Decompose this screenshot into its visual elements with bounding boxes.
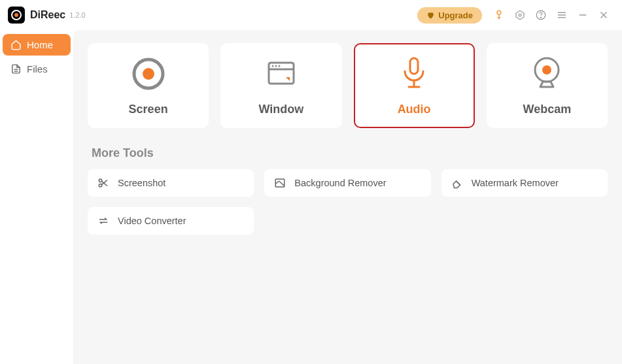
image-icon: [273, 176, 286, 190]
card-window[interactable]: Window: [220, 43, 341, 128]
scissors-icon: [97, 176, 110, 190]
card-audio[interactable]: Audio: [354, 43, 475, 128]
home-icon: [10, 39, 22, 50]
webcam-icon: [528, 56, 565, 92]
upgrade-button[interactable]: Upgrade: [417, 7, 482, 24]
tool-label: Video Converter: [118, 216, 186, 226]
sidebar: Home Files: [0, 30, 73, 364]
content-area: Screen Window Audio Webcam: [73, 30, 622, 364]
card-screen[interactable]: Screen: [88, 43, 209, 128]
card-label: Window: [258, 103, 303, 116]
svg-line-36: [456, 181, 460, 185]
svg-line-34: [276, 181, 279, 184]
sidebar-item-label: Home: [27, 39, 53, 50]
svg-line-35: [279, 181, 285, 186]
sidebar-item-files[interactable]: Files: [3, 58, 71, 80]
tool-label: Screenshot: [118, 178, 165, 188]
svg-point-18: [143, 68, 154, 80]
svg-point-28: [542, 65, 551, 74]
tool-screenshot[interactable]: Screenshot: [88, 169, 254, 197]
swap-icon: [97, 214, 110, 227]
svg-point-8: [540, 17, 541, 18]
svg-point-23: [278, 65, 280, 67]
app-logo: [8, 7, 25, 24]
more-tools-grid: Screenshot Background Remover Watermark …: [88, 169, 608, 235]
help-icon[interactable]: [532, 6, 550, 24]
file-icon: [10, 63, 22, 74]
menu-icon[interactable]: [553, 6, 571, 24]
card-label: Webcam: [523, 103, 572, 116]
titlebar: DiReec 1.2.0 Upgrade: [0, 0, 622, 30]
heart-icon: [426, 11, 435, 20]
svg-point-1: [14, 13, 18, 17]
svg-point-21: [271, 65, 273, 67]
upgrade-label: Upgrade: [438, 10, 473, 20]
svg-point-22: [275, 65, 277, 67]
app-name: DiReec: [30, 9, 65, 21]
card-webcam[interactable]: Webcam: [487, 43, 608, 128]
tool-background-remover[interactable]: Background Remover: [264, 169, 430, 197]
svg-rect-24: [410, 58, 418, 74]
tool-watermark-remover[interactable]: Watermark Remover: [441, 169, 608, 197]
window-icon: [263, 56, 300, 92]
svg-point-6: [519, 14, 521, 16]
microphone-icon: [396, 56, 432, 92]
svg-point-2: [497, 10, 501, 14]
tool-label: Background Remover: [294, 178, 386, 188]
sidebar-item-home[interactable]: Home: [3, 34, 71, 56]
mode-cards: Screen Window Audio Webcam: [88, 43, 608, 128]
card-label: Screen: [129, 103, 168, 116]
more-tools-title: More Tools: [92, 146, 608, 160]
tool-video-converter[interactable]: Video Converter: [88, 207, 254, 235]
screen-icon: [130, 56, 167, 92]
minimize-button[interactable]: [574, 6, 592, 24]
settings-icon[interactable]: [511, 6, 529, 24]
eraser-icon: [451, 176, 464, 190]
svg-marker-5: [516, 10, 524, 20]
sidebar-item-label: Files: [27, 63, 48, 74]
tool-label: Watermark Remover: [472, 178, 559, 188]
card-label: Audio: [398, 103, 431, 116]
app-version: 1.2.0: [69, 11, 85, 19]
close-button[interactable]: [595, 6, 613, 24]
key-icon[interactable]: [490, 6, 508, 24]
